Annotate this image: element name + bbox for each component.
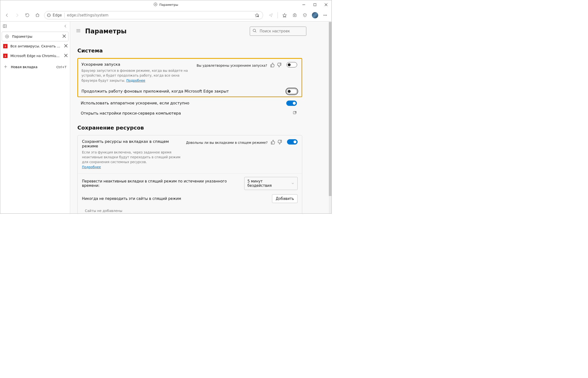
setting-hardware-accel: Использовать аппаратное ускорение, если … bbox=[77, 98, 302, 108]
collections-icon[interactable] bbox=[290, 10, 299, 20]
setting-title: Продолжить работу фоновых приложений, ко… bbox=[82, 89, 282, 94]
tab-edge-chromium[interactable]: ↓ Microsoft Edge на Chromium – H… bbox=[0, 51, 70, 61]
setting-title: Сохранять ресурсы на вкладках в спящем р… bbox=[82, 139, 181, 148]
thumbs-down-icon[interactable] bbox=[277, 140, 282, 146]
chevron-down-icon bbox=[291, 182, 294, 185]
profile-avatar[interactable] bbox=[311, 10, 319, 20]
svg-rect-40 bbox=[293, 111, 296, 114]
new-tab-button[interactable]: Новая вкладка Ctrl+T bbox=[0, 62, 70, 72]
sub-label: Перевести неактивные вкладки в спящий ре… bbox=[82, 179, 244, 188]
favorite-star-icon[interactable] bbox=[254, 10, 260, 20]
svg-rect-2 bbox=[314, 4, 316, 6]
add-site-button[interactable]: Добавить bbox=[272, 194, 298, 203]
svg-point-5 bbox=[47, 14, 50, 17]
setting-title: Ускорение запуска bbox=[82, 62, 192, 67]
sleep-timeout-dropdown[interactable]: 5 минут бездействия bbox=[244, 177, 298, 190]
toggle-startup-boost[interactable] bbox=[287, 62, 297, 68]
search-placeholder: Поиск настроек bbox=[260, 29, 290, 33]
settings-content: Параметры Поиск настроек Система Ускорен… bbox=[70, 22, 331, 213]
settings-header: Параметры Поиск настроек bbox=[70, 22, 331, 41]
feedback-prompt: Вы удовлетворены ускорением запуска? bbox=[197, 64, 267, 68]
svg-point-16 bbox=[325, 15, 326, 15]
plus-icon bbox=[4, 65, 8, 69]
tab-settings[interactable]: Параметры bbox=[2, 32, 68, 41]
tab-label: Все антивирусы. Скачать беспл… bbox=[10, 44, 61, 48]
address-bar[interactable]: Edge edge://settings/system bbox=[44, 11, 263, 19]
tab-close-icon[interactable] bbox=[63, 35, 66, 39]
section-resources-heading: Сохранение ресурсов bbox=[77, 125, 302, 131]
tab-antivirus[interactable]: ↓ Все антивирусы. Скачать беспл… bbox=[0, 41, 70, 51]
window-minimize-button[interactable] bbox=[298, 0, 309, 9]
setting-open-proxy[interactable]: Открыть настройки прокси-сервера компьют… bbox=[77, 108, 302, 118]
thumbs-down-icon[interactable] bbox=[277, 63, 282, 68]
tab-label: Параметры bbox=[12, 35, 60, 39]
no-sites-message: Сайты не добавлены bbox=[78, 206, 302, 213]
svg-marker-10 bbox=[283, 14, 287, 17]
feedback-prompt: Довольны ли вы вкладками в спящем режиме… bbox=[186, 141, 268, 145]
resources-card: Сохранять ресурсы на вкладках в спящем р… bbox=[77, 135, 302, 213]
site-favicon-icon: ↓ bbox=[3, 44, 8, 48]
window-close-button[interactable] bbox=[320, 0, 331, 9]
tab-close-icon[interactable] bbox=[64, 54, 68, 58]
new-tab-shortcut: Ctrl+T bbox=[56, 65, 67, 69]
svg-point-0 bbox=[155, 4, 156, 5]
setting-startup-boost: Ускорение запуска Браузер запустится в ф… bbox=[78, 59, 301, 86]
window-titlebar: Параметры bbox=[0, 0, 332, 9]
site-favicon-icon: ↓ bbox=[3, 54, 8, 58]
section-system-heading: Система bbox=[77, 48, 302, 54]
toggle-hardware-accel[interactable] bbox=[286, 101, 297, 106]
gear-icon bbox=[5, 34, 9, 39]
setting-sleeping-tabs: Сохранять ресурсы на вкладках в спящем р… bbox=[78, 135, 302, 173]
site-identity-badge[interactable]: Edge bbox=[47, 13, 62, 17]
overflow-menu-button[interactable] bbox=[321, 10, 329, 20]
external-link-icon bbox=[293, 111, 297, 116]
svg-point-15 bbox=[324, 15, 324, 15]
vertical-tabs-sidebar: Параметры ↓ Все антивирусы. Скачать бесп… bbox=[0, 22, 70, 213]
tab-label: Microsoft Edge на Chromium – H… bbox=[10, 54, 61, 58]
window-title: Параметры bbox=[159, 3, 178, 7]
toggle-sleeping-tabs[interactable] bbox=[287, 139, 298, 145]
tab-close-icon[interactable] bbox=[64, 44, 68, 48]
svg-line-33 bbox=[255, 31, 256, 32]
setting-title: Использовать аппаратное ускорение, если … bbox=[81, 101, 281, 105]
nav-back-button[interactable] bbox=[2, 10, 12, 20]
nav-home-button[interactable] bbox=[33, 10, 42, 20]
setting-description: Браузер запустится в фоновом режиме, ког… bbox=[82, 68, 192, 83]
setting-description: Если эта функция включена, через заданно… bbox=[82, 150, 181, 169]
highlighted-settings-group: Ускорение запуска Браузер запустится в ф… bbox=[77, 58, 302, 97]
address-bar-url: edge://settings/system bbox=[67, 13, 251, 17]
setting-background-apps: Продолжить работу фоновых приложений, ко… bbox=[78, 86, 301, 96]
window-maximize-button[interactable] bbox=[309, 0, 320, 9]
learn-more-link[interactable]: Подробнее bbox=[126, 79, 145, 82]
setting-sleep-timeout: Перевести неактивные вкладки в спящий ре… bbox=[78, 173, 302, 193]
extensions-shield-icon[interactable] bbox=[301, 10, 309, 20]
favorites-icon[interactable] bbox=[280, 10, 289, 20]
toolbar-separator bbox=[278, 12, 278, 18]
svg-point-17 bbox=[326, 15, 327, 15]
thumbs-up-icon[interactable] bbox=[270, 63, 275, 68]
setting-title: Открыть настройки прокси-сервера компьют… bbox=[81, 111, 288, 116]
svg-rect-18 bbox=[3, 25, 7, 27]
site-identity-label: Edge bbox=[53, 13, 62, 17]
addressbar-separator bbox=[64, 13, 65, 18]
browser-toolbar: Edge edge://settings/system bbox=[0, 9, 332, 21]
search-icon bbox=[252, 28, 257, 34]
dropdown-value: 5 минут бездействия bbox=[247, 179, 288, 188]
setting-never-sleep: Никогда не переводить эти сайты в спящий… bbox=[78, 193, 302, 206]
nav-reload-button[interactable] bbox=[23, 10, 32, 20]
svg-marker-6 bbox=[255, 14, 259, 17]
tab-actions-icon[interactable] bbox=[3, 24, 7, 29]
page-title: Параметры bbox=[85, 27, 127, 35]
scrollbar-thumb[interactable] bbox=[329, 22, 331, 196]
send-icon[interactable] bbox=[266, 10, 275, 20]
learn-more-link[interactable]: Подробнее bbox=[82, 165, 101, 169]
settings-search-input[interactable]: Поиск настроек bbox=[250, 27, 306, 36]
svg-point-20 bbox=[7, 36, 8, 37]
new-tab-label: Новая вкладка bbox=[11, 65, 38, 69]
sub-label: Никогда не переводить эти сайты в спящий… bbox=[82, 197, 181, 201]
toggle-background-apps[interactable] bbox=[287, 89, 297, 94]
hamburger-menu-icon[interactable] bbox=[76, 28, 81, 34]
nav-forward-button[interactable] bbox=[12, 10, 22, 20]
collapse-sidebar-button[interactable] bbox=[63, 24, 68, 29]
thumbs-up-icon[interactable] bbox=[271, 140, 275, 146]
